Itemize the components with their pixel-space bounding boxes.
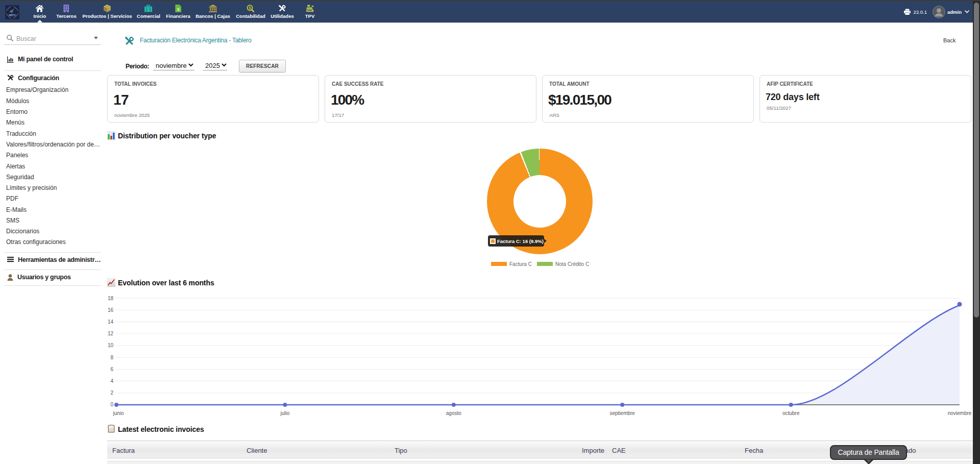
svg-text:18: 18 <box>108 296 114 301</box>
svg-text:VANTYX: VANTYX <box>9 14 15 16</box>
svg-text:$: $ <box>177 7 180 12</box>
svg-text:noviembre: noviembre <box>948 410 972 416</box>
svg-text:octubre: octubre <box>782 410 800 416</box>
svg-text:2: 2 <box>110 390 113 396</box>
svg-text:10: 10 <box>108 343 114 348</box>
svg-text:12: 12 <box>108 331 114 336</box>
svg-text:agosto: agosto <box>446 410 461 416</box>
svg-text:8: 8 <box>110 355 113 360</box>
svg-text:4: 4 <box>110 378 113 384</box>
svg-text:14: 14 <box>108 319 114 325</box>
svg-text:6: 6 <box>110 367 113 372</box>
svg-text:$: $ <box>249 6 252 10</box>
svg-text:0: 0 <box>110 402 113 407</box>
svg-text:junio: junio <box>112 410 124 416</box>
svg-text:16: 16 <box>108 307 114 313</box>
svg-text:septiembre: septiembre <box>609 410 635 416</box>
svg-text:julio: julio <box>280 410 290 416</box>
